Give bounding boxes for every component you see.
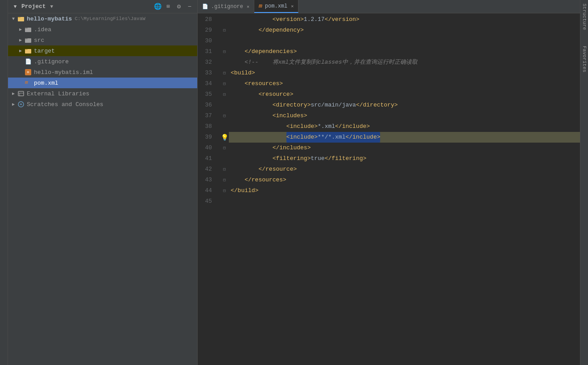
- src-arrow: ▶: [17, 37, 24, 44]
- lightbulb-icon[interactable]: 💡: [221, 134, 228, 141]
- code-line-45: [229, 196, 580, 207]
- ln-45: 45: [198, 196, 215, 207]
- gutter-35[interactable]: ⊟: [220, 89, 229, 100]
- svg-rect-1: [18, 17, 21, 18]
- file-tree: ▼ hello-mybatis C:\MyLearningFiles\JavaW…: [8, 13, 197, 365]
- tab-pom[interactable]: m pom.xml ✕: [254, 0, 298, 13]
- scratches-label: Scratches and Consoles: [27, 101, 104, 108]
- gutter-45: [220, 196, 229, 207]
- ln-31: 31: [198, 46, 215, 57]
- tree-item-src[interactable]: ▶ src: [8, 35, 197, 45]
- ln-33: 33: [198, 68, 215, 78]
- code-editor[interactable]: 28 29 30 31 32 33 34 35 36 37 38 39 40 4…: [198, 13, 580, 365]
- ln-40: 40: [198, 143, 215, 153]
- ext-libs-icon: [17, 90, 25, 98]
- tree-item-pom[interactable]: ▶ m pom.xml: [8, 78, 197, 88]
- favorites-panel-label[interactable]: Favorites: [581, 42, 588, 76]
- l39-selected: <include>**/*.xml</include>: [286, 132, 381, 143]
- idea-folder-icon: [24, 25, 32, 33]
- src-label: src: [34, 37, 44, 44]
- l34-indent: [231, 78, 244, 89]
- svg-rect-5: [25, 38, 28, 39]
- gutter-39[interactable]: 💡: [220, 132, 229, 143]
- scratches-icon: [17, 100, 25, 108]
- code-line-44: </build>: [229, 185, 580, 196]
- gutter-43[interactable]: ⊟: [220, 175, 229, 185]
- code-line-32: <!-- 将xml文件复制到classes中，并在查询运行时正确读取: [229, 57, 580, 68]
- gear-icon[interactable]: ⚙: [175, 3, 183, 11]
- target-folder-icon: [24, 47, 32, 55]
- gutter-34[interactable]: ⊟: [220, 78, 229, 89]
- code-line-42: </resource>: [229, 164, 580, 175]
- tree-item-iml[interactable]: ▶ m hello-mybatis.iml: [8, 67, 197, 78]
- project-arrow[interactable]: ▼: [12, 3, 19, 10]
- left-vertical-panel: [0, 0, 8, 365]
- svg-rect-8: [18, 91, 24, 96]
- l39-tag1: <include>: [286, 134, 318, 140]
- structure-panel-label[interactable]: Structure: [581, 0, 588, 33]
- l43-indent: [231, 175, 244, 185]
- scratches-arrow: ▶: [10, 101, 17, 108]
- l31-tag: </dependencies>: [244, 46, 297, 57]
- gutter-42[interactable]: ⊟: [220, 164, 229, 175]
- code-line-31: </dependencies>: [229, 46, 580, 57]
- l41-val: true: [311, 153, 324, 164]
- tab-gitignore[interactable]: 📄 .gitignore ✕: [198, 0, 254, 13]
- gutter-32: [220, 57, 229, 68]
- ln-43: 43: [198, 175, 215, 185]
- idea-arrow: ▶: [17, 26, 24, 33]
- gutter-31[interactable]: ⊟: [220, 46, 229, 57]
- l36-indent: [231, 100, 273, 111]
- l33-tag: <build>: [231, 68, 255, 78]
- code-line-29: </dependency>: [229, 25, 580, 36]
- sidebar: ▼ Project ▼ 🌐 ⊞ ⚙ − ▼ hello-mybatis C:\M…: [8, 0, 198, 365]
- gutter-38: [220, 121, 229, 132]
- line-numbers: 28 29 30 31 32 33 34 35 36 37 38 39 40 4…: [198, 13, 220, 365]
- pom-file-icon: m: [24, 79, 32, 87]
- gitignore-label: .gitignore: [34, 58, 69, 65]
- tree-item-scratches[interactable]: ▶ Scratches and Consoles: [8, 99, 197, 110]
- pom-tab-close[interactable]: ✕: [291, 4, 294, 9]
- l28-tag2: </version>: [325, 14, 360, 25]
- ext-libs-label: External Libraries: [27, 90, 89, 97]
- ln-32: 32: [198, 57, 215, 68]
- tree-item-ext-libs[interactable]: ▶ External Libraries: [8, 88, 197, 99]
- gitignore-tab-close[interactable]: ✕: [247, 4, 249, 9]
- l38-val: *.xml: [318, 121, 335, 132]
- tree-item-root[interactable]: ▼ hello-mybatis C:\MyLearningFiles\JavaW: [8, 13, 197, 24]
- gutter-37[interactable]: ⊟: [220, 111, 229, 121]
- code-content[interactable]: <version>1.2.17</version> </dependency> …: [229, 13, 580, 365]
- split-icon[interactable]: ⊞: [164, 3, 172, 11]
- project-label: Project: [21, 3, 46, 10]
- ln-29: 29: [198, 25, 215, 36]
- gitignore-file-icon: 📄: [24, 57, 32, 66]
- project-dropdown-arrow[interactable]: ▼: [50, 4, 54, 9]
- minimize-icon[interactable]: −: [186, 3, 194, 11]
- ln-36: 36: [198, 100, 215, 111]
- root-path: C:\MyLearningFiles\JavaW: [75, 16, 145, 21]
- code-line-38: <include>*.xml</include>: [229, 121, 580, 132]
- code-line-34: <resources>: [229, 78, 580, 89]
- gitignore-tab-label: .gitignore: [211, 4, 243, 10]
- tab-bar: 📄 .gitignore ✕ m pom.xml ✕: [198, 0, 580, 13]
- l36-tag2: </directory>: [356, 100, 398, 111]
- gutter-29[interactable]: ⊟: [220, 25, 229, 36]
- tree-item-gitignore[interactable]: ▶ 📄 .gitignore: [8, 56, 197, 67]
- l38-tag1: <include>: [286, 121, 318, 132]
- svg-rect-3: [25, 28, 28, 29]
- gutter-33[interactable]: ⊟: [220, 68, 229, 78]
- l31-indent: [231, 46, 244, 57]
- l36-tag1: <directory>: [273, 100, 311, 111]
- tree-item-idea[interactable]: ▶ .idea: [8, 24, 197, 35]
- tree-item-target[interactable]: ▶ target: [8, 45, 197, 56]
- code-line-36: <directory>src/main/java</directory>: [229, 100, 580, 111]
- src-folder-icon: [24, 36, 32, 44]
- code-line-39: <include>**/*.xml</include>: [229, 132, 580, 143]
- gutter-44[interactable]: ⊟: [220, 185, 229, 196]
- globe-icon[interactable]: 🌐: [153, 3, 161, 11]
- iml-label: hello-mybatis.iml: [34, 69, 93, 76]
- ln-35: 35: [198, 89, 215, 100]
- l29-indent: [231, 25, 258, 36]
- gutter-40[interactable]: ⊟: [220, 143, 229, 153]
- ln-34: 34: [198, 78, 215, 89]
